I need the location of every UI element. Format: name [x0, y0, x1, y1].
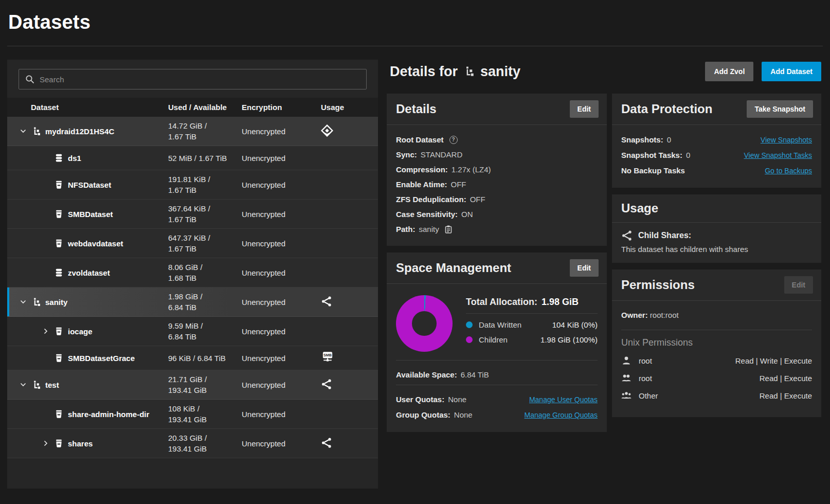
go-to-backups-link[interactable]: Go to Backups	[765, 163, 812, 178]
permissions-title: Permissions	[621, 278, 695, 292]
encryption-value: Unencrypted	[242, 239, 315, 248]
used-available-value: 14.72 GiB /1.67 TiB	[168, 120, 242, 142]
encryption-value: Unencrypted	[242, 354, 315, 363]
data-protection-title: Data Protection	[621, 102, 712, 116]
total-allocation: Total Allocation:1.98 GiB	[466, 297, 598, 313]
help-icon[interactable]: ?	[449, 136, 458, 144]
encryption-value: Unencrypted	[242, 127, 315, 136]
person-icon	[621, 355, 631, 366]
detail-row-root-dataset: Root Dataset ?	[396, 132, 598, 147]
zvol-icon	[55, 268, 68, 277]
used-available-value: 52 MiB / 1.67 TiB	[168, 153, 242, 164]
dataset-row[interactable]: webdavdataset647.37 KiB /1.67 TiBUnencry…	[7, 229, 378, 258]
details-title: Details for sanity	[390, 64, 520, 80]
snapshots-row: Snapshots: 0 View Snapshots	[621, 132, 812, 148]
share-icon	[315, 379, 378, 391]
encryption-value: Unencrypted	[242, 410, 315, 419]
search-input[interactable]	[40, 75, 360, 84]
chevron-down-icon[interactable]	[20, 298, 32, 305]
backup-tasks-row: No Backup Tasks Go to Backups	[621, 163, 812, 178]
chevron-right-icon[interactable]	[42, 440, 55, 447]
root-tree-icon	[32, 381, 45, 389]
view-snapshots-link[interactable]: View Snapshots	[761, 132, 812, 148]
chevron-right-icon[interactable]	[42, 328, 55, 335]
dataset-icon	[55, 239, 68, 248]
dataset-row[interactable]: NFSDataset191.81 KiB /1.67 TiBUnencrypte…	[7, 170, 378, 200]
child-shares-text: This dataset has children with shares	[621, 245, 812, 254]
encryption-value: Unencrypted	[242, 268, 315, 277]
details-card: Details Edit Root Dataset ? Sync: STANDA…	[387, 94, 607, 246]
details-edit-button[interactable]: Edit	[570, 100, 599, 118]
share-icon	[315, 296, 378, 309]
dataset-name: mydraid12D1HS4C	[45, 127, 114, 136]
legend-row: Children1.98 GiB (100%)	[466, 335, 598, 344]
encryption-value: Unencrypted	[242, 298, 315, 307]
copy-path-icon[interactable]	[445, 225, 452, 233]
space-edit-button[interactable]: Edit	[570, 259, 599, 277]
search-box	[19, 69, 367, 89]
svg-text:SMB: SMB	[323, 353, 332, 357]
details-title-dataset-name: sanity	[480, 64, 520, 80]
detail-row-zfs-deduplication: ZFS Deduplication: OFF	[396, 192, 598, 207]
used-available-value: 9.59 MiB /6.84 TiB	[168, 320, 242, 342]
legend-name: Data Written	[479, 320, 521, 329]
chevron-down-icon[interactable]	[20, 381, 32, 388]
dataset-icon	[55, 181, 68, 189]
view-snapshot-tasks-link[interactable]: View Snapshot Tasks	[744, 148, 812, 163]
permissions-edit-button: Edit	[784, 276, 813, 294]
dataset-row[interactable]: sanity1.98 GiB /6.84 TiBUnencrypted	[7, 287, 378, 317]
detail-row-path: Path: sanity	[396, 222, 598, 237]
dataset-row[interactable]: shares20.33 GiB /193.41 GiBUnencrypted	[7, 429, 378, 458]
encryption-value: Unencrypted	[242, 181, 315, 189]
dataset-row[interactable]: test21.71 GiB /193.41 GiBUnencrypted	[7, 370, 378, 400]
dataset-icon	[55, 354, 68, 363]
smb-share-icon: SMB	[315, 351, 378, 365]
dataset-row[interactable]: mydraid12D1HS4C14.72 GiB /1.67 TiBUnencr…	[7, 117, 378, 146]
legend-dot	[466, 321, 473, 328]
dataset-row[interactable]: zvoldataset8.06 GiB /1.68 TiBUnencrypted	[7, 258, 378, 287]
detail-row-case-sensitivity: Case Sensitivity: ON	[396, 207, 598, 222]
dataset-name: iocage	[68, 327, 93, 336]
chevron-down-icon[interactable]	[20, 128, 32, 135]
take-snapshot-button[interactable]: Take Snapshot	[747, 100, 813, 118]
detail-row-sync: Sync: STANDARD	[396, 147, 598, 162]
add-dataset-button[interactable]: Add Dataset	[762, 62, 821, 81]
dataset-name: share-admin-home-dir	[68, 410, 149, 419]
dataset-row[interactable]: ds152 MiB / 1.67 TiBUnencrypted	[7, 146, 378, 170]
legend-value: 104 KiB (0%)	[552, 320, 598, 329]
group-icon	[621, 373, 631, 383]
column-header-dataset: Dataset	[7, 103, 168, 112]
dataset-name: shares	[68, 439, 93, 448]
owner-row: Owner: root:root	[621, 308, 812, 322]
dataset-name: ds1	[68, 154, 81, 163]
dataset-row[interactable]: SMBDatasetGrace96 KiB / 6.84 TiBUnencryp…	[7, 346, 378, 370]
legend-dot	[466, 336, 473, 343]
usage-title: Usage	[621, 201, 658, 215]
dataset-row[interactable]: iocage9.59 MiB /6.84 TiBUnencrypted	[7, 317, 378, 346]
available-space-row: Available Space: 6.84 TiB	[396, 367, 598, 383]
used-available-value: 367.64 KiB /1.67 TiB	[168, 203, 242, 225]
column-header-used-available: Used / Available	[168, 103, 242, 112]
dataset-rows: mydraid12D1HS4C14.72 GiB /1.67 TiBUnencr…	[7, 117, 378, 458]
manage-group-quotas-link[interactable]: Manage Group Quotas	[525, 407, 598, 423]
add-zvol-button[interactable]: Add Zvol	[705, 62, 753, 81]
manage-user-quotas-link[interactable]: Manage User Quotas	[529, 392, 598, 407]
details-title-prefix: Details for	[390, 64, 458, 80]
root-tree-icon	[464, 66, 474, 77]
detail-row-enable-atime: Enable Atime: OFF	[396, 177, 598, 192]
permissions-card: Permissions Edit Owner: root:root Unix P…	[612, 269, 821, 417]
space-management-card: Space Management Edit Total Allocation:1…	[387, 253, 607, 432]
space-management-title: Space Management	[396, 261, 511, 275]
dataset-row[interactable]: SMBDataset367.64 KiB /1.67 TiBUnencrypte…	[7, 200, 378, 229]
apps-icon	[315, 124, 378, 138]
dataset-icon	[55, 439, 68, 448]
dataset-row[interactable]: share-admin-home-dir108 KiB /193.41 GiBU…	[7, 400, 378, 429]
dataset-icon	[55, 210, 68, 219]
used-available-value: 108 KiB /193.41 GiB	[168, 403, 242, 425]
dataset-name: webdavdataset	[68, 239, 123, 248]
used-available-value: 1.98 GiB /6.84 TiB	[168, 291, 242, 313]
dataset-name: SMBDatasetGrace	[68, 354, 135, 363]
encryption-value: Unencrypted	[242, 381, 315, 389]
used-available-value: 191.81 KiB /1.67 TiB	[168, 174, 242, 195]
dataset-icon	[55, 327, 68, 336]
